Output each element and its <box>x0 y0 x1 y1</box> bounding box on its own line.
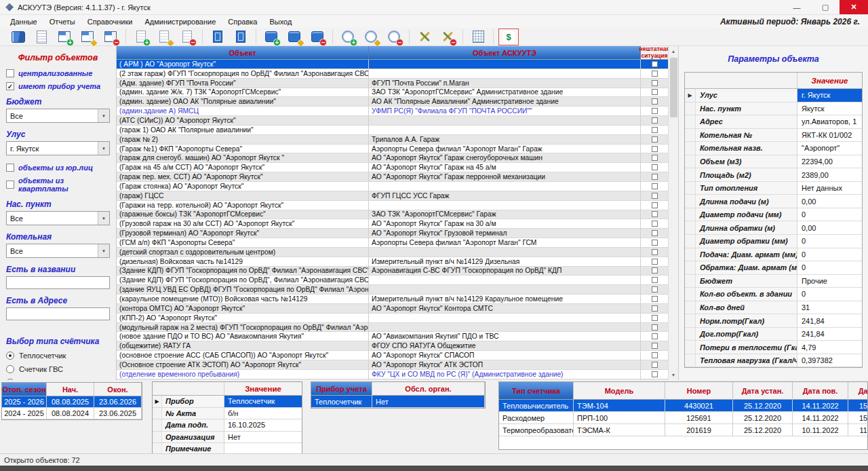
budget-select[interactable]: Все ▼ <box>6 109 110 123</box>
emergency-checkbox[interactable] <box>652 267 658 274</box>
report-grid-icon[interactable] <box>468 29 488 45</box>
param-row[interactable]: Диаметр подачи (мм)0 <box>685 208 862 222</box>
table-row[interactable]: (Грузовой гараж на 30 а/м ССТ) АО "Аэроп… <box>117 219 668 229</box>
emergency-checkbox[interactable] <box>652 315 658 321</box>
table-row[interactable]: (Гараж на 45 а/м ССТ) АО "Аэропорт Якутс… <box>117 163 668 172</box>
column-header[interactable]: Дата сл. <box>848 382 868 400</box>
centralized-checkbox[interactable] <box>6 69 14 77</box>
table-row[interactable]: (админ. здание Ж/к. 7) ТЗК "АэропортГСМс… <box>117 88 668 98</box>
table-row[interactable]: (Основное строение АТК ЭСТОП) АО "Аэропо… <box>117 360 668 370</box>
param-value[interactable]: Нет данных <box>797 182 862 195</box>
from-entities-checkbox-row[interactable]: объекты из юр.лиц <box>6 164 110 172</box>
emergency-checkbox[interactable] <box>652 362 658 368</box>
table-row[interactable]: (детский спортзал с оздоровительным цент… <box>117 248 668 257</box>
emergency-checkbox[interactable] <box>652 221 658 227</box>
param-value[interactable]: 0 <box>797 208 862 221</box>
emergency-checkbox[interactable] <box>652 259 658 265</box>
emergency-checkbox[interactable] <box>652 89 658 95</box>
table-row[interactable]: (здание ЯУЦ УВД ЕС ОрВД) ФГУП "Госкорпор… <box>117 285 668 295</box>
param-value[interactable]: 241,84 <box>797 328 862 341</box>
table-row[interactable]: Дата подп.16.10.2025 <box>153 419 302 432</box>
table-row[interactable]: (гараж № 2)Трипалов А.А. Гараж <box>117 135 668 145</box>
param-row[interactable]: Котельная №ЯКТ-КК 01/002 <box>685 129 862 143</box>
table-row[interactable]: (Адм. здание) ФГУП "Почта России"ФГУП "П… <box>117 79 668 88</box>
param-value[interactable]: 0 <box>797 235 862 248</box>
param-row[interactable]: БюджетПрочие <box>685 275 862 288</box>
unit-edit-icon[interactable] <box>284 29 304 45</box>
journal-icon[interactable] <box>8 29 28 45</box>
scroll-down-icon[interactable]: ▼ <box>669 370 678 380</box>
table-row[interactable]: (Здание КДП) ФГУП "Госкорпорация по ОрВД… <box>117 267 668 276</box>
column-header[interactable]: Дата пов. <box>793 382 848 400</box>
table-row[interactable]: ТермопреобразовательТЭСМА-К20161925.12.2… <box>499 424 867 436</box>
param-row[interactable]: Площадь (м2)2389,00 <box>685 168 862 182</box>
param-value[interactable]: г. Якутск <box>797 89 862 102</box>
table-row[interactable]: (дизельная) Войсковая часть №14129Измери… <box>117 257 668 267</box>
param-value[interactable]: 31 <box>797 301 862 314</box>
scrollbar-thumb[interactable] <box>670 58 677 117</box>
emergency-checkbox[interactable] <box>652 127 658 133</box>
param-row[interactable]: Адресул.Авиаторов, 1 <box>685 115 862 129</box>
table-row[interactable]: (2 этаж гараж) ФГУП "Госкорпорация по Ор… <box>117 69 668 79</box>
menu-item-6[interactable]: Выход <box>263 16 298 27</box>
emergency-checkbox[interactable] <box>652 61 658 67</box>
radio-icon[interactable] <box>6 365 14 373</box>
unit-add-icon[interactable]: + <box>261 29 281 45</box>
emergency-checkbox[interactable] <box>652 296 658 302</box>
emergency-checkbox[interactable] <box>652 71 658 77</box>
emergency-checkbox[interactable] <box>652 305 658 312</box>
emergency-checkbox[interactable] <box>652 352 658 358</box>
boiler-select[interactable]: Все ▼ <box>6 244 110 258</box>
param-value[interactable]: 4,79 <box>797 341 862 354</box>
menu-item-2[interactable]: Отчеты <box>43 16 81 27</box>
param-row[interactable]: Длинна подачи (м)0,00 <box>685 195 862 208</box>
has-meter-checkbox[interactable]: ✓ <box>6 82 14 90</box>
table-row[interactable]: (админ. здание) ОАО АК "Полярные авиалин… <box>117 97 668 107</box>
act-value[interactable]: Теплосчетчик <box>224 396 302 407</box>
table-row[interactable]: ТепловычислительТЭМ-104443002125.12.2020… <box>499 400 867 412</box>
emergency-checkbox[interactable] <box>652 117 658 124</box>
column-header[interactable]: Нач. <box>47 383 94 396</box>
table-row[interactable]: (админ.здание А) ЯМСЦУФМП РС(Я) "Филиала… <box>117 107 668 116</box>
param-value[interactable]: Якутск <box>797 102 862 115</box>
address-search-input[interactable] <box>6 307 110 320</box>
meter-type-radio-2[interactable]: Счетчик ГВС <box>6 365 110 373</box>
emergency-checkbox[interactable] <box>652 371 658 377</box>
has-meter-checkbox-row[interactable]: ✓ имеют прибор учета <box>6 82 110 90</box>
table-row[interactable]: (АТС (СИиС)) АО "Аэропорт Якутск" <box>117 116 668 126</box>
table-row[interactable]: (контора ОМТС) АО "Аэропорт Якутск"АО "А… <box>117 304 668 314</box>
chevron-down-icon[interactable]: ▼ <box>98 109 109 122</box>
table-row[interactable]: (гараж пер. мех. ССТ) АО "Аэропорт Якутс… <box>117 172 668 182</box>
chevron-down-icon[interactable]: ▼ <box>98 142 109 155</box>
param-row[interactable]: Диаметр обратки (мм)0 <box>685 235 862 248</box>
emergency-checkbox[interactable] <box>652 240 658 246</box>
param-value[interactable]: 241,84 <box>797 314 862 327</box>
table-row[interactable]: (Гаражи на терр. котельной) АО "Аэропорт… <box>117 201 668 210</box>
blue-doc-icon[interactable] <box>208 29 228 45</box>
column-header-emergency[interactable]: нештатная ситуация <box>641 46 668 60</box>
param-row[interactable]: Нас. пунктЯкутск <box>685 102 862 116</box>
emergency-checkbox[interactable] <box>652 98 658 105</box>
table-row[interactable]: (новое здание ПДО и ТО ВС) АО "Авиакомпа… <box>117 332 668 341</box>
centralized-checkbox-row[interactable]: централизованные <box>6 69 110 77</box>
menu-item-4[interactable]: Администрирование <box>138 16 222 27</box>
act-value[interactable]: б/н <box>224 408 302 419</box>
column-header-object[interactable]: Объект <box>117 46 369 60</box>
table-row[interactable]: (гараж для снегоуб. машин) АО "Аэропорт … <box>117 153 668 163</box>
param-row[interactable]: Обратка: Диам. армат (мм)0 <box>685 261 862 275</box>
table-edit-icon[interactable] <box>77 29 98 45</box>
emergency-checkbox[interactable] <box>652 211 658 217</box>
emergency-checkbox[interactable] <box>652 155 658 161</box>
emergency-checkbox[interactable] <box>652 146 658 152</box>
vertical-scrollbar[interactable]: ▲ ▼ <box>668 46 678 380</box>
ulus-select[interactable]: г. Якутск ▼ <box>6 141 110 155</box>
table-remove-icon[interactable]: – <box>100 29 121 45</box>
param-row[interactable]: Кол-во дней31 <box>685 301 862 315</box>
table-row[interactable]: РасходомерПРП-10012569125.12.202014.11.2… <box>499 412 867 424</box>
column-header[interactable]: Модель <box>574 382 665 400</box>
menu-item-3[interactable]: Справочники <box>81 16 139 27</box>
from-entities-checkbox[interactable] <box>6 164 14 172</box>
table-row[interactable]: (гараж) ГЦССФГУП ГЦСС УСС Гараж <box>117 191 668 201</box>
tools-icon[interactable] <box>414 29 435 45</box>
emergency-checkbox[interactable] <box>652 230 658 236</box>
